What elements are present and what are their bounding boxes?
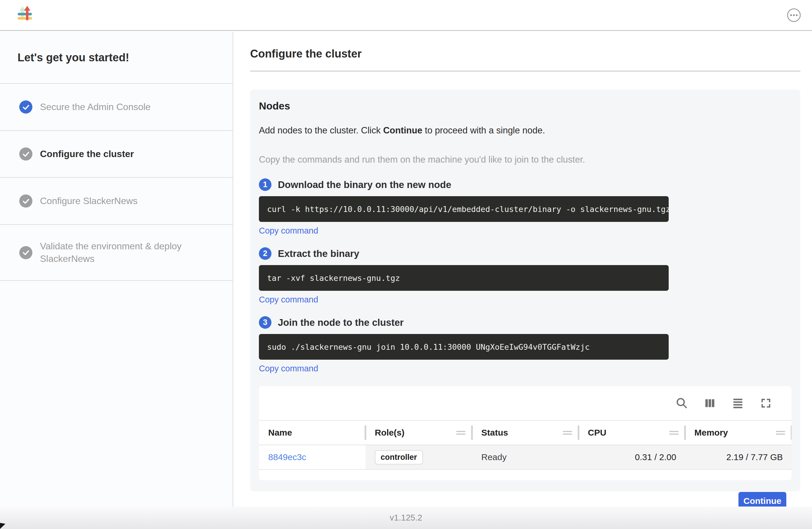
nodes-table: Name Role(s) Status CPU — [259, 386, 792, 480]
node-status-cell: Ready — [472, 445, 579, 469]
columns-icon[interactable] — [703, 396, 717, 410]
version-footer: v1.125.2 — [0, 506, 812, 529]
step-3-badge: 3 — [259, 316, 272, 329]
sidebar-item-secure-admin-console[interactable]: Secure the Admin Console — [0, 84, 233, 131]
column-resize-icon[interactable] — [456, 429, 466, 436]
copy-command-link-2[interactable]: Copy command — [259, 295, 318, 304]
column-header-memory[interactable]: Memory — [685, 421, 792, 445]
column-resize-icon[interactable] — [776, 429, 785, 436]
sidebar-item-label: Configure the cluster — [40, 148, 134, 160]
table-toolbar — [259, 386, 792, 420]
step-1-badge: 1 — [259, 178, 272, 191]
check-icon — [19, 246, 32, 259]
step-3-heading: 3 Join the node to the cluster — [259, 316, 792, 329]
nodes-heading: Nodes — [259, 100, 792, 112]
check-icon — [19, 147, 32, 160]
column-header-cpu[interactable]: CPU — [579, 421, 685, 445]
admin-console-page: Let's get you started! Secure the Admin … — [0, 0, 812, 529]
fullscreen-icon[interactable] — [759, 396, 773, 410]
search-icon[interactable] — [675, 396, 689, 410]
step-3-command: sudo ./slackernews-gnu join 10.0.0.11:30… — [259, 334, 669, 360]
step-2-badge: 2 — [259, 247, 272, 260]
copy-command-link-1[interactable]: Copy command — [259, 226, 318, 235]
setup-steps-sidebar: Let's get you started! Secure the Admin … — [0, 32, 233, 506]
node-cpu-cell: 0.31 / 2.00 — [579, 445, 685, 469]
check-icon — [19, 195, 32, 208]
density-icon[interactable] — [731, 396, 745, 410]
slackernews-logo — [16, 5, 33, 25]
step-1-heading: 1 Download the binary on the new node — [259, 178, 792, 191]
title-divider — [250, 71, 800, 72]
node-memory-cell: 2.19 / 7.77 GB — [685, 445, 792, 469]
sidebar-item-configure-slackernews[interactable]: Configure SlackerNews — [0, 178, 233, 225]
main-content: Configure the cluster Nodes Add nodes to… — [233, 32, 812, 506]
table-header-row: Name Role(s) Status CPU — [259, 420, 792, 445]
nodes-card: Nodes Add nodes to the cluster. Click Co… — [250, 90, 800, 491]
sidebar-item-configure-cluster[interactable]: Configure the cluster — [0, 131, 233, 178]
sidebar-heading: Let's get you started! — [0, 32, 233, 84]
sidebar-item-validate-deploy[interactable]: Validate the environment & deploy Slacke… — [0, 225, 233, 281]
column-header-name[interactable]: Name — [259, 421, 365, 445]
nodes-intro: Add nodes to the cluster. Click Continue… — [259, 125, 792, 136]
column-header-roles[interactable]: Role(s) — [365, 421, 472, 445]
sidebar-item-label: Validate the environment & deploy Slacke… — [40, 240, 203, 265]
top-bar — [0, 0, 812, 31]
column-resize-icon[interactable] — [563, 429, 572, 436]
node-roles-cell: controller — [365, 445, 472, 469]
node-name-cell: 8849ec3c — [259, 445, 365, 469]
ellipsis-menu-icon[interactable] — [786, 8, 801, 23]
check-icon — [19, 100, 32, 114]
table-row: 8849ec3c controller Ready 0.31 / 2.00 2.… — [259, 445, 792, 470]
mouse-cursor — [0, 523, 5, 529]
sidebar-item-label: Configure SlackerNews — [40, 195, 137, 207]
step-1-command: curl -k https://10.0.0.11:30000/api/v1/e… — [259, 196, 669, 222]
join-instructions: Copy the commands and run them on the ma… — [259, 155, 792, 165]
column-resize-icon[interactable] — [669, 429, 679, 436]
step-2-command: tar -xvf slackernews-gnu.tgz — [259, 265, 669, 291]
node-name-link[interactable]: 8849ec3c — [268, 452, 306, 462]
step-2-heading: 2 Extract the binary — [259, 247, 792, 260]
role-chip: controller — [375, 450, 423, 464]
page-title: Configure the cluster — [250, 47, 800, 60]
version-label: v1.125.2 — [390, 513, 422, 523]
sidebar-item-label: Secure the Admin Console — [40, 101, 150, 113]
column-header-status[interactable]: Status — [472, 421, 579, 445]
copy-command-link-3[interactable]: Copy command — [259, 364, 318, 373]
